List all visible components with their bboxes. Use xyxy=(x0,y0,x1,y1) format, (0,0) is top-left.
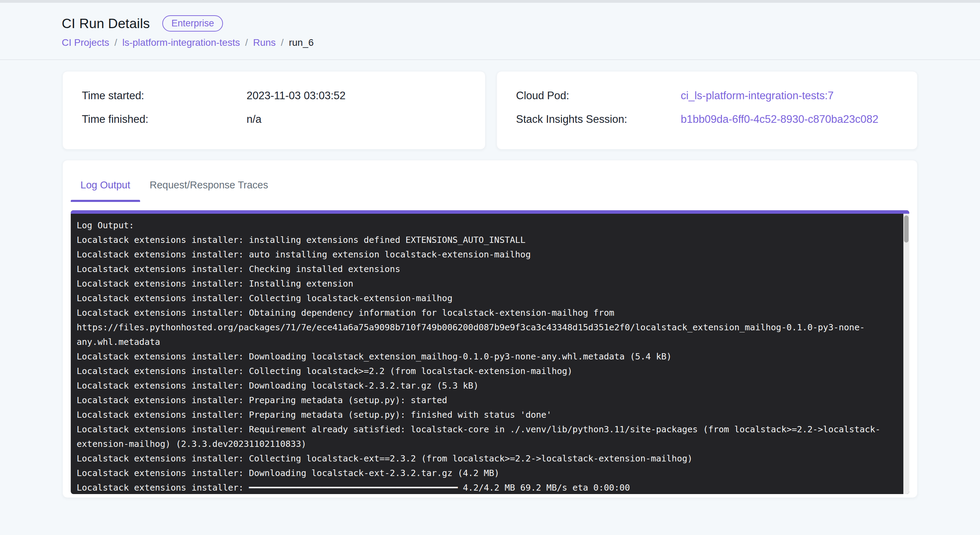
terminal-accent-bar xyxy=(71,210,909,214)
breadcrumb-link-runs[interactable]: Runs xyxy=(253,37,276,48)
cloud-info-card: Cloud Pod: ci_ls-platform-integration-te… xyxy=(496,71,918,150)
time-finished-row: Time finished: n/a xyxy=(82,113,485,137)
time-info-card: Time started: 2023-11-03 03:03:52 Time f… xyxy=(62,71,485,150)
log-terminal[interactable]: Log Output: Localstack extensions instal… xyxy=(71,210,909,494)
terminal-scrollbar[interactable] xyxy=(904,214,909,494)
page-title: CI Run Details xyxy=(62,16,150,31)
cloud-pod-link[interactable]: ci_ls-platform-integration-tests:7 xyxy=(681,89,834,102)
enterprise-badge: Enterprise xyxy=(162,15,223,32)
log-line: https://files.pythonhosted.org/packages/… xyxy=(76,320,903,335)
top-border-strip xyxy=(0,0,980,3)
stack-insights-session-label: Stack Insights Session: xyxy=(516,113,681,126)
time-started-value: 2023-11-03 03:03:52 xyxy=(247,89,346,102)
log-line: any.whl.metadata xyxy=(76,335,903,349)
tab-bar: Log Output Request/Response Traces xyxy=(71,160,909,202)
log-line: Localstack extensions installer: Prepari… xyxy=(76,408,903,422)
time-finished-value: n/a xyxy=(247,113,261,126)
breadcrumb: CI Projects / ls-platform-integration-te… xyxy=(62,37,980,48)
breadcrumb-link-project[interactable]: ls-platform-integration-tests xyxy=(123,37,240,48)
log-line: Localstack extensions installer: Install… xyxy=(76,277,903,291)
stack-insights-session-link[interactable]: b1bb09da-6ff0-4c52-8930-c870ba23c082 xyxy=(681,113,878,126)
cloud-pod-label: Cloud Pod: xyxy=(516,89,681,102)
log-line: Localstack extensions installer: Obtaini… xyxy=(76,306,903,320)
tab-log-output[interactable]: Log Output xyxy=(71,160,140,202)
log-line: Localstack extensions installer: Collect… xyxy=(76,291,903,306)
breadcrumb-separator: / xyxy=(115,37,117,48)
log-line: extension-mailhog) (2.3.3.dev20231102110… xyxy=(76,437,903,451)
log-line: Localstack extensions installer: Collect… xyxy=(76,364,903,379)
log-line: Localstack extensions installer: auto in… xyxy=(76,247,903,262)
page-header: CI Run Details Enterprise CI Projects / … xyxy=(0,3,980,60)
terminal-scrollbar-thumb[interactable] xyxy=(904,215,908,242)
log-line: Localstack extensions installer: Checkin… xyxy=(76,262,903,277)
run-info-row: Time started: 2023-11-03 03:03:52 Time f… xyxy=(62,71,918,150)
log-output: Log Output: Localstack extensions instal… xyxy=(71,214,909,494)
log-card: Log Output Request/Response Traces Log O… xyxy=(62,160,918,498)
breadcrumb-separator: / xyxy=(281,37,284,48)
tab-request-response-traces[interactable]: Request/Response Traces xyxy=(140,160,278,202)
log-line: Localstack extensions installer: Downloa… xyxy=(76,349,903,364)
time-finished-label: Time finished: xyxy=(82,113,247,126)
log-line: Localstack extensions installer: Downloa… xyxy=(76,466,903,481)
log-line: Localstack extensions installer: Downloa… xyxy=(76,379,903,393)
time-started-row: Time started: 2023-11-03 03:03:52 xyxy=(82,89,485,113)
log-line: Log Output: xyxy=(76,218,903,233)
log-line: Localstack extensions installer: Prepari… xyxy=(76,393,903,408)
time-started-label: Time started: xyxy=(82,89,247,102)
breadcrumb-current-run: run_6 xyxy=(289,37,314,48)
log-line: Localstack extensions installer: Collect… xyxy=(76,451,903,466)
stack-insights-session-row: Stack Insights Session: b1bb09da-6ff0-4c… xyxy=(516,113,917,137)
log-line: Localstack extensions installer: Require… xyxy=(76,422,903,437)
breadcrumb-separator: / xyxy=(245,37,248,48)
cloud-pod-row: Cloud Pod: ci_ls-platform-integration-te… xyxy=(516,89,917,113)
log-line: Localstack extensions installer: ━━━━━━━… xyxy=(76,481,903,494)
log-line: Localstack extensions installer: install… xyxy=(76,233,903,247)
breadcrumb-link-ci-projects[interactable]: CI Projects xyxy=(62,37,109,48)
